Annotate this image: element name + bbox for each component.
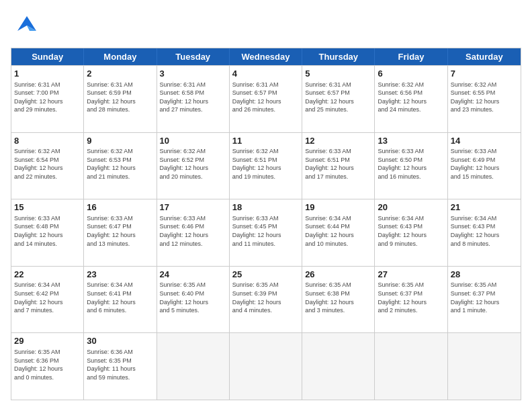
day-info: Sunrise: 6:35 AMSunset: 6:37 PMDaylight:… bbox=[451, 281, 518, 314]
day-info: Sunrise: 6:33 AMSunset: 6:49 PMDaylight:… bbox=[451, 147, 518, 181]
calendar-cell: 14Sunrise: 6:33 AMSunset: 6:49 PMDayligh… bbox=[448, 133, 521, 199]
header-day-friday: Friday bbox=[375, 48, 447, 65]
calendar-cell: 8Sunrise: 6:32 AMSunset: 6:54 PMDaylight… bbox=[11, 133, 84, 199]
day-number: 2 bbox=[87, 68, 153, 80]
day-number: 14 bbox=[451, 135, 518, 147]
calendar-cell: 5Sunrise: 6:31 AMSunset: 6:57 PMDaylight… bbox=[302, 66, 375, 132]
calendar-cell: 22Sunrise: 6:34 AMSunset: 6:42 PMDayligh… bbox=[11, 267, 84, 333]
header-day-monday: Monday bbox=[84, 48, 157, 65]
day-number: 10 bbox=[160, 135, 226, 147]
day-info: Sunrise: 6:31 AMSunset: 6:57 PMDaylight:… bbox=[305, 81, 371, 114]
day-number: 15 bbox=[14, 201, 81, 214]
day-number: 5 bbox=[305, 68, 371, 80]
day-info: Sunrise: 6:32 AMSunset: 6:56 PMDaylight:… bbox=[378, 81, 444, 114]
calendar-week-4: 29Sunrise: 6:35 AMSunset: 6:36 PMDayligh… bbox=[11, 332, 521, 400]
day-number: 3 bbox=[160, 68, 226, 80]
day-number: 1 bbox=[14, 68, 81, 80]
day-info: Sunrise: 6:34 AMSunset: 6:42 PMDaylight:… bbox=[14, 281, 81, 314]
day-number: 28 bbox=[451, 269, 518, 281]
day-number: 16 bbox=[87, 201, 153, 214]
day-info: Sunrise: 6:35 AMSunset: 6:37 PMDaylight:… bbox=[378, 281, 444, 314]
calendar-cell: 13Sunrise: 6:33 AMSunset: 6:50 PMDayligh… bbox=[375, 133, 447, 199]
calendar-cell: 4Sunrise: 6:31 AMSunset: 6:57 PMDaylight… bbox=[230, 66, 302, 132]
day-number: 25 bbox=[232, 269, 299, 281]
calendar-cell: 2Sunrise: 6:31 AMSunset: 6:59 PMDaylight… bbox=[84, 66, 157, 132]
calendar-body: 1Sunrise: 6:31 AMSunset: 7:00 PMDaylight… bbox=[11, 65, 521, 400]
day-number: 23 bbox=[87, 269, 153, 281]
calendar-cell: 28Sunrise: 6:35 AMSunset: 6:37 PMDayligh… bbox=[448, 267, 521, 333]
calendar-cell: 6Sunrise: 6:32 AMSunset: 6:56 PMDaylight… bbox=[375, 66, 447, 132]
day-info: Sunrise: 6:33 AMSunset: 6:46 PMDaylight:… bbox=[160, 214, 226, 248]
logo-bird-icon bbox=[11, 11, 43, 41]
day-info: Sunrise: 6:32 AMSunset: 6:54 PMDaylight:… bbox=[14, 147, 81, 181]
day-info: Sunrise: 6:33 AMSunset: 6:51 PMDaylight:… bbox=[305, 147, 371, 181]
calendar: SundayMondayTuesdayWednesdayThursdayFrid… bbox=[11, 48, 521, 400]
calendar-cell: 26Sunrise: 6:35 AMSunset: 6:38 PMDayligh… bbox=[302, 267, 375, 333]
calendar-cell: 7Sunrise: 6:32 AMSunset: 6:55 PMDaylight… bbox=[448, 66, 521, 132]
header-day-tuesday: Tuesday bbox=[157, 48, 230, 65]
calendar-week-2: 15Sunrise: 6:33 AMSunset: 6:48 PMDayligh… bbox=[11, 199, 521, 266]
day-info: Sunrise: 6:33 AMSunset: 6:45 PMDaylight:… bbox=[232, 214, 299, 248]
day-info: Sunrise: 6:34 AMSunset: 6:43 PMDaylight:… bbox=[451, 214, 518, 248]
calendar-cell: 9Sunrise: 6:32 AMSunset: 6:53 PMDaylight… bbox=[84, 133, 157, 199]
calendar-cell: 11Sunrise: 6:32 AMSunset: 6:51 PMDayligh… bbox=[230, 133, 302, 199]
page: SundayMondayTuesdayWednesdayThursdayFrid… bbox=[0, 0, 532, 411]
calendar-cell: 1Sunrise: 6:31 AMSunset: 7:00 PMDaylight… bbox=[11, 66, 84, 132]
day-info: Sunrise: 6:32 AMSunset: 6:55 PMDaylight:… bbox=[451, 81, 518, 114]
day-number: 8 bbox=[14, 135, 81, 147]
day-info: Sunrise: 6:34 AMSunset: 6:41 PMDaylight:… bbox=[87, 281, 153, 314]
calendar-cell bbox=[230, 333, 302, 400]
day-number: 21 bbox=[451, 201, 518, 214]
day-info: Sunrise: 6:35 AMSunset: 6:40 PMDaylight:… bbox=[160, 281, 226, 314]
calendar-cell bbox=[375, 333, 447, 400]
calendar-cell: 15Sunrise: 6:33 AMSunset: 6:48 PMDayligh… bbox=[11, 199, 84, 266]
calendar-cell: 16Sunrise: 6:33 AMSunset: 6:47 PMDayligh… bbox=[84, 199, 157, 266]
day-info: Sunrise: 6:33 AMSunset: 6:47 PMDaylight:… bbox=[87, 214, 153, 248]
logo bbox=[11, 11, 46, 41]
day-number: 9 bbox=[87, 135, 153, 147]
day-info: Sunrise: 6:32 AMSunset: 6:52 PMDaylight:… bbox=[160, 147, 226, 181]
day-info: Sunrise: 6:34 AMSunset: 6:43 PMDaylight:… bbox=[378, 214, 444, 248]
day-number: 30 bbox=[87, 335, 153, 347]
calendar-header: SundayMondayTuesdayWednesdayThursdayFrid… bbox=[11, 48, 521, 65]
day-info: Sunrise: 6:32 AMSunset: 6:51 PMDaylight:… bbox=[232, 147, 299, 181]
day-number: 11 bbox=[232, 135, 299, 147]
day-number: 7 bbox=[451, 68, 518, 80]
day-info: Sunrise: 6:33 AMSunset: 6:50 PMDaylight:… bbox=[378, 147, 444, 181]
day-info: Sunrise: 6:36 AMSunset: 6:35 PMDaylight:… bbox=[87, 348, 153, 381]
day-info: Sunrise: 6:31 AMSunset: 6:59 PMDaylight:… bbox=[87, 81, 153, 114]
day-number: 27 bbox=[378, 269, 444, 281]
day-info: Sunrise: 6:35 AMSunset: 6:38 PMDaylight:… bbox=[305, 281, 371, 314]
calendar-cell: 20Sunrise: 6:34 AMSunset: 6:43 PMDayligh… bbox=[375, 199, 447, 266]
header-day-sunday: Sunday bbox=[11, 48, 84, 65]
day-number: 26 bbox=[305, 269, 371, 281]
calendar-cell bbox=[157, 333, 230, 400]
day-info: Sunrise: 6:31 AMSunset: 6:57 PMDaylight:… bbox=[232, 81, 299, 114]
calendar-week-3: 22Sunrise: 6:34 AMSunset: 6:42 PMDayligh… bbox=[11, 266, 521, 333]
calendar-week-1: 8Sunrise: 6:32 AMSunset: 6:54 PMDaylight… bbox=[11, 132, 521, 199]
day-info: Sunrise: 6:33 AMSunset: 6:48 PMDaylight:… bbox=[14, 214, 81, 248]
calendar-cell: 23Sunrise: 6:34 AMSunset: 6:41 PMDayligh… bbox=[84, 267, 157, 333]
calendar-cell: 10Sunrise: 6:32 AMSunset: 6:52 PMDayligh… bbox=[157, 133, 230, 199]
calendar-cell: 19Sunrise: 6:34 AMSunset: 6:44 PMDayligh… bbox=[302, 199, 375, 266]
calendar-cell: 17Sunrise: 6:33 AMSunset: 6:46 PMDayligh… bbox=[157, 199, 230, 266]
calendar-cell: 21Sunrise: 6:34 AMSunset: 6:43 PMDayligh… bbox=[448, 199, 521, 266]
header-day-thursday: Thursday bbox=[302, 48, 375, 65]
header bbox=[11, 11, 521, 41]
calendar-cell: 25Sunrise: 6:35 AMSunset: 6:39 PMDayligh… bbox=[230, 267, 302, 333]
day-info: Sunrise: 6:31 AMSunset: 7:00 PMDaylight:… bbox=[14, 81, 81, 114]
day-info: Sunrise: 6:35 AMSunset: 6:36 PMDaylight:… bbox=[14, 348, 81, 381]
day-number: 13 bbox=[378, 135, 444, 147]
calendar-cell: 3Sunrise: 6:31 AMSunset: 6:58 PMDaylight… bbox=[157, 66, 230, 132]
day-info: Sunrise: 6:32 AMSunset: 6:53 PMDaylight:… bbox=[87, 147, 153, 181]
day-number: 20 bbox=[378, 201, 444, 214]
day-number: 12 bbox=[305, 135, 371, 147]
day-number: 18 bbox=[232, 201, 299, 214]
calendar-cell: 12Sunrise: 6:33 AMSunset: 6:51 PMDayligh… bbox=[302, 133, 375, 199]
day-number: 24 bbox=[160, 269, 226, 281]
day-number: 6 bbox=[378, 68, 444, 80]
day-info: Sunrise: 6:35 AMSunset: 6:39 PMDaylight:… bbox=[232, 281, 299, 314]
day-info: Sunrise: 6:31 AMSunset: 6:58 PMDaylight:… bbox=[160, 81, 226, 114]
day-number: 19 bbox=[305, 201, 371, 214]
day-number: 29 bbox=[14, 335, 81, 347]
